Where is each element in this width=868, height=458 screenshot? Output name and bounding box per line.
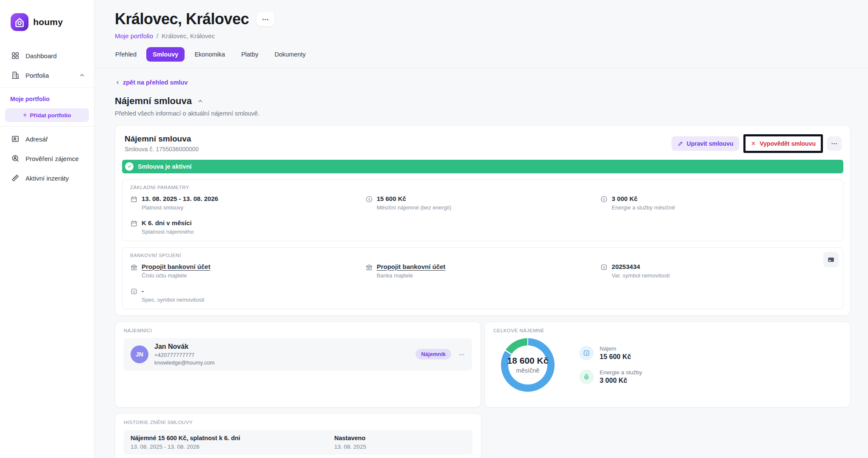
svg-text:$: $ <box>133 289 135 293</box>
bank-card-button[interactable] <box>823 252 839 267</box>
main-content: Královec, Královec ⋯ Moje portfolio / Kr… <box>94 0 868 458</box>
sidebar-item-dashboard[interactable]: Dashboard <box>0 46 94 65</box>
breadcrumb-current: Královec, Královec <box>162 32 215 40</box>
tenant-phone: +420777777777 <box>154 352 215 358</box>
history-row: Nájemné 15 600 Kč, splatnost k 6. dni 13… <box>124 430 472 455</box>
terminate-contract-button[interactable]: Vypovědět smlouvu <box>747 137 819 150</box>
page-more-button[interactable]: ⋯ <box>256 12 274 26</box>
tenant-role-badge: Nájemník <box>416 349 451 359</box>
tenant-name: Jan Novák <box>154 343 215 351</box>
chevron-left-icon <box>115 80 120 85</box>
buildings-icon <box>11 71 20 79</box>
sidebar-nav: Dashboard Portfolia Moje portfolio + Při… <box>0 42 94 188</box>
svg-text:$: $ <box>603 265 605 269</box>
legend-label: Nájem <box>600 345 631 352</box>
tab-dokumenty[interactable]: Dokumenty <box>268 47 312 62</box>
history-label: HISTORIE ZNĚNÍ SMLOUVY <box>124 420 472 425</box>
legend-item-energie: Energie a služby 3 000 Kč <box>579 369 642 384</box>
breadcrumb: Moje portfolio / Královec, Královec <box>115 32 851 40</box>
sidebar-item-label: Dashboard <box>26 52 57 59</box>
person-search-icon <box>11 154 20 163</box>
sidebar-item-adresar[interactable]: Adresář <box>0 129 94 149</box>
contract-more-button[interactable]: ⋯ <box>827 136 842 151</box>
contract-card: Nájemní smlouva Smlouva č. 1755036000000… <box>115 125 851 316</box>
breadcrumb-parent-link[interactable]: Moje portfolio <box>115 32 153 40</box>
sidebar-item-aktivni-inzeraty[interactable]: Aktivní inzeráty <box>0 168 94 188</box>
donut-center-caption: měsíčně <box>516 367 540 374</box>
tenant-email: knowledge@houmy.com <box>154 359 215 366</box>
page-title: Královec, Královec <box>115 10 249 28</box>
history-title: Nájemné 15 600 Kč, splatnost k 6. dni <box>131 435 334 441</box>
tab-prehled[interactable]: Přehled <box>109 47 143 62</box>
brand-name: houmy <box>33 17 63 27</box>
droplet-icon <box>579 370 594 384</box>
param-value: 20253434 <box>612 263 669 270</box>
add-portfolio-button[interactable]: + Přidat portfolio <box>5 108 89 122</box>
bank-account-item: Propojit bankovní účet Číslo účtu majite… <box>130 263 365 279</box>
tab-smlouvy[interactable]: Smlouvy <box>146 47 185 62</box>
tab-platby[interactable]: Platby <box>235 47 265 62</box>
param-caption: Platnost smlouvy <box>142 204 218 211</box>
sidebar-item-portfolia[interactable]: Portfolia <box>0 65 94 85</box>
svg-text:$: $ <box>603 197 605 201</box>
dollar-square-icon: $ <box>600 263 608 271</box>
terminate-contract-label: Vypovědět smlouvu <box>760 140 816 147</box>
brand-logo[interactable]: houmy <box>0 0 94 42</box>
legend-value: 15 600 Kč <box>600 353 631 361</box>
legend-item-najem: $ Nájem 15 600 Kč <box>579 345 642 361</box>
calendar-icon <box>130 220 138 227</box>
history-set-date: 13. 08. 2025 <box>334 444 466 450</box>
annotation-highlight-box: Vypovědět smlouvu <box>743 134 823 153</box>
param-value: K 6. dni v měsíci <box>142 219 194 226</box>
sidebar-divider <box>0 126 94 127</box>
collapse-chevron-up-icon[interactable] <box>197 98 204 105</box>
tenant-more-button[interactable]: ⋯ <box>459 351 465 358</box>
contract-number: Smlouva č. 1755036000000 <box>125 146 199 153</box>
contract-status-text: Smlouva je aktivní <box>138 163 192 170</box>
param-caption: Měsíční nájemné (bez energií) <box>377 204 452 211</box>
bank-icon <box>130 263 138 271</box>
edit-contract-button[interactable]: Upravit smlouvu <box>672 136 740 151</box>
bank-label: BANKOVNÍ SPOJENÍ <box>130 253 835 258</box>
houmy-logo-icon <box>10 13 29 31</box>
sidebar-item-provereni-zajemce[interactable]: Prověření zájemce <box>0 149 94 168</box>
ellipsis-icon: ⋯ <box>262 15 269 23</box>
connect-bank-link[interactable]: Propojit bankovní účet <box>142 263 211 270</box>
coin-icon: $ <box>600 195 608 203</box>
param-caption: Splatnost nájemného <box>142 229 194 235</box>
param-splatnost: K 6. dni v měsíci Splatnost nájemného <box>130 219 365 235</box>
param-value: 3 000 Kč <box>612 195 675 202</box>
total-rent-donut: 18 600 Kč měsíčně <box>501 338 555 392</box>
sidebar-item-label: Adresář <box>26 136 48 143</box>
section-subtitle: Přehled všech informací o aktuální nájem… <box>115 110 851 117</box>
contact-card-icon <box>11 135 20 143</box>
contract-title: Nájemní smlouva <box>125 134 199 144</box>
param-caption: Číslo účtu majitele <box>142 272 211 279</box>
contract-status-banner: Smlouva je aktivní <box>122 160 843 173</box>
x-icon <box>751 141 756 146</box>
param-platnost: 13. 08. 2025 - 13. 08. 2026 Platnost sml… <box>130 195 365 211</box>
listing-pen-icon <box>11 174 20 182</box>
rent-card-icon: $ <box>579 346 594 360</box>
bank-name-item: Propojit bankovní účet Banka majitele <box>365 263 600 279</box>
back-link[interactable]: zpět na přehled smluv <box>115 79 188 86</box>
tab-ekonomika[interactable]: Ekonomika <box>188 47 231 62</box>
edit-contract-label: Upravit smlouvu <box>687 140 734 147</box>
svg-text:$: $ <box>368 197 370 201</box>
param-caption: Spec. symbol nemovitosti <box>142 297 204 303</box>
chevron-up-icon <box>79 72 85 79</box>
param-caption: Var. symbol nemovitosti <box>612 272 669 279</box>
param-value: 15 600 Kč <box>377 195 452 202</box>
sidebar-item-label: Prověření zájemce <box>26 155 79 162</box>
tenants-label: NÁJEMNÍCI <box>124 328 472 333</box>
legend-value: 3 000 Kč <box>600 377 642 384</box>
sidebar-divider <box>0 88 94 88</box>
dollar-square-icon: $ <box>130 288 138 295</box>
bank-box: BANKOVNÍ SPOJENÍ Propojit bankovní účet <box>122 247 843 309</box>
sidebar-item-moje-portfolio[interactable]: Moje portfolio <box>0 90 94 107</box>
bank-icon <box>365 263 373 271</box>
svg-text:$: $ <box>586 351 588 355</box>
connect-bank-link[interactable]: Propojit bankovní účet <box>377 263 446 270</box>
history-set-label: Nastaveno <box>334 435 466 441</box>
breadcrumb-separator: / <box>157 32 158 40</box>
